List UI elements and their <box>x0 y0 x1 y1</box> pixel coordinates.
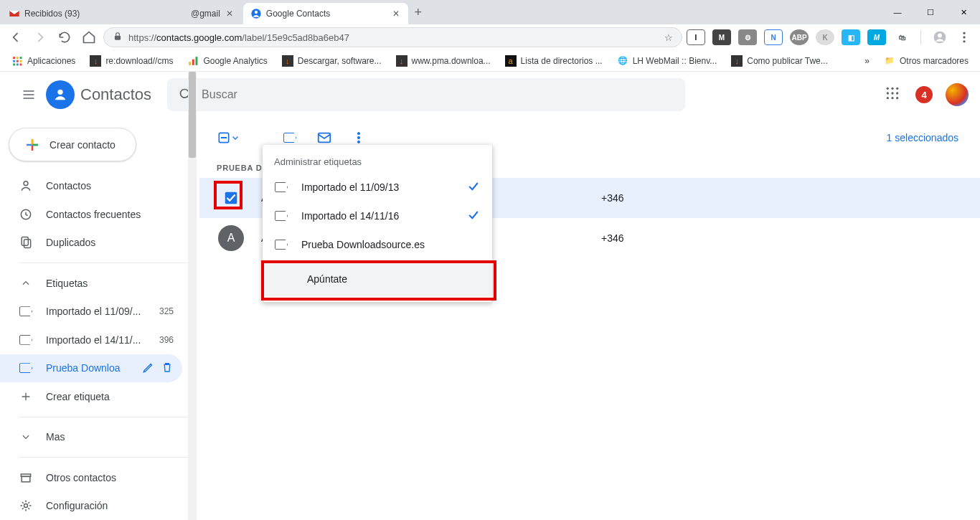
ext-icon[interactable]: ABP <box>790 29 809 45</box>
bookmark-item[interactable]: Google Analytics <box>182 52 273 70</box>
chrome-menu-button[interactable] <box>954 27 974 47</box>
sidebar-label-item[interactable]: Importado el 14/11/... 396 <box>0 326 182 354</box>
browser-tab-gmail2[interactable]: @gmail ✕ <box>168 3 242 24</box>
chevron-up-icon <box>19 278 33 288</box>
svg-point-7 <box>963 40 965 42</box>
dropdown-apply-action[interactable]: Apúntate <box>263 262 492 296</box>
plus-icon <box>24 136 41 153</box>
sidebar-create-label[interactable]: Crear etiqueta <box>0 382 182 411</box>
favicon: 🌐 <box>617 55 628 67</box>
check-icon <box>466 179 481 196</box>
svg-rect-14 <box>13 63 15 65</box>
bookmark-item[interactable]: aLista de directorios ... <box>499 52 608 70</box>
svg-rect-10 <box>20 57 22 59</box>
label-icon <box>274 240 288 250</box>
ext-icon[interactable]: N <box>764 29 783 45</box>
sidebar-labels-header[interactable]: Etiquetas <box>0 269 188 298</box>
maximize-button[interactable]: ☐ <box>914 1 947 24</box>
sidebar-item-label: Duplicados <box>46 237 95 248</box>
tab-title: Recibidos (93) <box>24 9 80 19</box>
close-icon[interactable]: ✕ <box>391 7 401 20</box>
forward-button[interactable] <box>30 27 50 47</box>
gmail-icon <box>9 8 20 19</box>
ext-icon[interactable]: M <box>712 29 731 45</box>
bookmark-item[interactable]: ↓Como publicar Twe... <box>725 52 834 70</box>
bookmark-item[interactable]: ↓Descargar, software... <box>276 52 387 70</box>
dropdown-item-label: Importado el 14/11/16 <box>301 210 399 222</box>
count-badge: 325 <box>159 306 174 316</box>
divider <box>920 30 921 44</box>
bookmark-item[interactable]: ↓re:download//cms <box>84 52 179 70</box>
sidebar-more-header[interactable]: Mas <box>0 423 188 452</box>
sidebar-settings[interactable]: Configuración <box>0 492 182 520</box>
bookmark-apps[interactable]: Aplicaciones <box>6 52 81 70</box>
ext-icon[interactable]: K <box>816 29 834 45</box>
bookmark-label: Otros marcadores <box>900 56 969 66</box>
svg-point-4 <box>938 34 942 38</box>
sidebar-label-item[interactable]: Importado el 11/09/... 325 <box>0 297 182 326</box>
ext-icon[interactable]: ⚙ <box>738 29 757 45</box>
star-icon[interactable]: ☆ <box>664 32 673 43</box>
ext-icon[interactable]: ◧ <box>842 29 860 45</box>
sidebar-item-contacts[interactable]: Contactos <box>0 171 182 200</box>
browser-tab-contacts[interactable]: Google Contacts ✕ <box>243 3 408 24</box>
minimize-button[interactable]: — <box>881 1 914 24</box>
delete-icon[interactable] <box>161 361 174 376</box>
sidebar-item-frequent[interactable]: Contactos frecuentes <box>0 200 182 229</box>
contacts-logo <box>46 80 75 109</box>
select-all-checkbox[interactable] <box>217 126 240 149</box>
svg-point-37 <box>24 504 28 508</box>
divider <box>19 417 188 417</box>
row-avatar[interactable]: A <box>217 224 245 252</box>
dropdown-label-item[interactable]: Prueba Downloadsource.es <box>263 230 492 259</box>
contacts-icon <box>250 8 262 19</box>
dropdown-label-item[interactable]: Importado el 11/09/13 <box>263 173 492 202</box>
profile-icon[interactable] <box>930 27 950 47</box>
check-icon <box>466 208 481 224</box>
google-contacts-app: Contactos 4 Crear contacto Contactos Con… <box>0 72 980 520</box>
close-icon[interactable]: ✕ <box>225 7 235 20</box>
gmail-icon <box>175 8 187 19</box>
svg-point-31 <box>24 181 28 186</box>
other-bookmarks[interactable]: 📁Otros marcadores <box>878 52 974 70</box>
address-bar[interactable]: https://contacts.google.com/label/15e9c5… <box>103 27 682 47</box>
bookmarks-bar: Aplicaciones ↓re:download//cms Google An… <box>0 50 980 72</box>
sidebar: Crear contacto Contactos Contactos frecu… <box>0 72 188 520</box>
reload-button[interactable] <box>55 27 75 47</box>
label-icon <box>274 182 288 192</box>
hamburger-menu-button[interactable] <box>11 77 46 112</box>
more-label: Mas <box>46 431 65 443</box>
browser-tab-gmail[interactable]: Recibidos (93) <box>1 3 166 24</box>
home-button[interactable] <box>79 27 99 47</box>
bookmark-item[interactable]: 🌐LH WebMail :: Bienv... <box>611 52 723 70</box>
extensions-row: I M ⚙ N ABP K ◧ M 🛍 <box>687 29 912 45</box>
dropdown-label-item[interactable]: Importado el 14/11/16 <box>263 202 492 230</box>
sidebar-other-contacts[interactable]: Otros contactos <box>0 463 182 492</box>
back-button[interactable] <box>6 27 26 47</box>
new-tab-button[interactable]: + <box>408 2 428 22</box>
sidebar-item-duplicates[interactable]: Duplicados <box>0 228 182 257</box>
bookmarks-overflow[interactable]: » <box>859 53 875 69</box>
divider <box>19 457 188 458</box>
browser-chrome: Recibidos (93) @gmail ✕ Google Contacts … <box>0 0 980 72</box>
address-row: https://contacts.google.com/label/15e9c5… <box>0 24 980 50</box>
create-contact-label: Crear contacto <box>50 139 116 151</box>
copy-icon <box>19 235 33 250</box>
ext-icon[interactable]: I <box>687 29 705 45</box>
close-button[interactable]: ✕ <box>947 1 980 24</box>
create-contact-button[interactable]: Crear contacto <box>9 128 136 161</box>
svg-rect-33 <box>22 237 28 246</box>
bookmark-item[interactable]: ↓www.pma.downloa... <box>390 52 496 70</box>
ext-icon[interactable]: M <box>867 29 886 45</box>
lock-icon <box>113 32 123 44</box>
svg-rect-18 <box>192 59 194 65</box>
label-icon <box>274 211 288 221</box>
ext-icon[interactable]: 🛍 <box>893 29 912 45</box>
url-text: https://contacts.google.com/label/15e9c5… <box>128 32 349 43</box>
favicon: ↓ <box>282 55 293 67</box>
edit-icon[interactable] <box>142 361 155 376</box>
sidebar-label-item-active[interactable]: Prueba Downloa <box>0 354 182 383</box>
person-icon <box>19 179 33 193</box>
svg-rect-13 <box>20 60 22 62</box>
row-checkbox[interactable] <box>217 184 245 212</box>
